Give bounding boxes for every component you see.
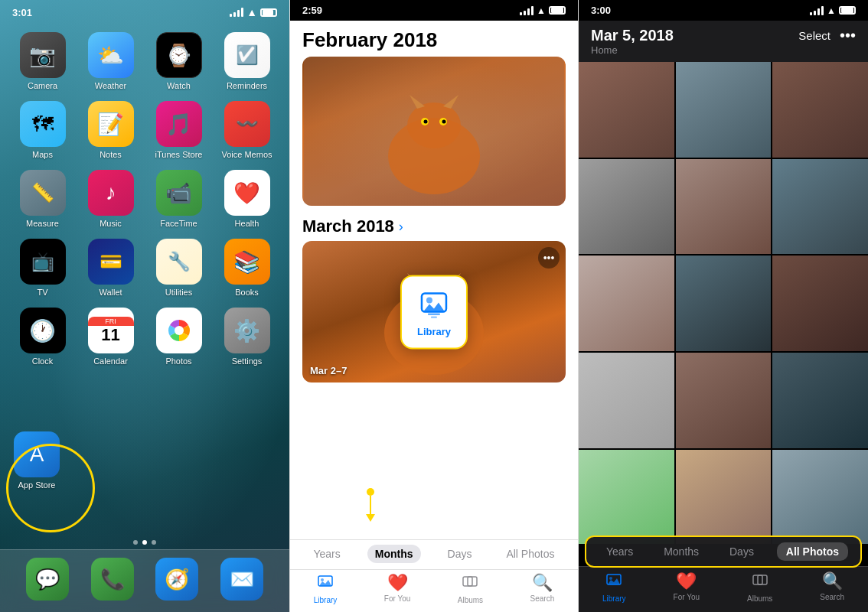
app-itunes[interactable]: 🎵 iTunes Store xyxy=(150,101,207,159)
grid-photo-11[interactable] xyxy=(676,353,772,448)
bottom-navigation: Library ❤️ For You Albums 🔍 Search xyxy=(290,569,578,612)
app-grid: 📷 Camera ⛅ Weather ⌚ Watch ☑️ Reminders … xyxy=(0,24,289,373)
nav-library[interactable]: Library xyxy=(314,573,338,604)
search-nav-icon: 🔍 xyxy=(532,573,553,593)
march-title: March 2018 xyxy=(302,216,394,236)
app-books-label: Books xyxy=(235,288,259,297)
app-reminders-label: Reminders xyxy=(227,81,267,90)
march-photo-menu-button[interactable]: ••• xyxy=(538,247,560,269)
app-clock[interactable]: 🕐 Clock xyxy=(14,308,71,366)
tab-months-dark[interactable]: Months xyxy=(656,542,706,561)
more-options-button[interactable]: ••• xyxy=(840,27,856,44)
dock-phone[interactable]: 📞 xyxy=(91,558,134,601)
grid-photo-1[interactable] xyxy=(579,62,674,158)
grid-photo-5[interactable] xyxy=(676,159,772,255)
nav-for-you-label: For You xyxy=(384,594,410,603)
dock-mail[interactable]: ✉️ xyxy=(220,558,263,601)
grid-photo-12[interactable] xyxy=(772,353,868,448)
nav-albums[interactable]: Albums xyxy=(458,573,483,604)
allphotos-signal-icon xyxy=(810,6,824,15)
allphotos-nav-for-you[interactable]: ❤️ For You xyxy=(674,571,700,603)
photos-signal-icon xyxy=(520,6,534,15)
photo-grid xyxy=(579,62,868,544)
select-button[interactable]: Select xyxy=(798,29,830,42)
march-photo-card[interactable]: ••• Mar 2–7 Library xyxy=(302,241,566,382)
app-measure[interactable]: 📏 Measure xyxy=(14,170,71,228)
status-bar: 3:01 ▲ xyxy=(0,0,289,21)
app-notes[interactable]: 📝 Notes xyxy=(82,101,139,159)
page-dots xyxy=(0,540,289,545)
app-settings[interactable]: ⚙️ Settings xyxy=(218,308,276,366)
app-tv[interactable]: 📺 TV xyxy=(14,239,71,297)
app-voicememos[interactable]: 〰️ Voice Memos xyxy=(218,101,276,159)
grid-photo-2[interactable] xyxy=(676,62,772,158)
grid-photo-7[interactable] xyxy=(579,256,674,351)
home-screen: 3:01 ▲ 📷 Camera ⛅ Weathe xyxy=(0,0,289,612)
allphotos-nav-albums[interactable]: Albums xyxy=(747,571,772,603)
photo-grid-container xyxy=(579,62,868,544)
allphotos-subtitle: Home xyxy=(591,44,674,56)
app-health[interactable]: ❤️ Health xyxy=(218,170,276,228)
grid-photo-14[interactable] xyxy=(676,450,772,544)
nav-search-label: Search xyxy=(530,594,555,603)
allphotos-title-group: Mar 5, 2018 Home xyxy=(591,27,674,56)
photos-months-panel: 2:59 ▲ February 2018 xyxy=(289,0,579,612)
app-camera[interactable]: 📷 Camera xyxy=(14,32,71,90)
allphotos-nav-library[interactable]: Library xyxy=(602,571,626,603)
library-icon-overlay[interactable]: Library xyxy=(400,275,468,349)
dock-safari[interactable]: 🧭 xyxy=(155,558,198,601)
grid-photo-9[interactable] xyxy=(772,256,868,351)
app-weather[interactable]: ⛅ Weather xyxy=(82,32,139,90)
grid-photo-3[interactable] xyxy=(772,62,868,158)
nav-for-you[interactable]: ❤️ For You xyxy=(384,573,410,604)
app-music[interactable]: ♪ Music xyxy=(82,170,139,228)
grid-photo-13[interactable] xyxy=(579,450,674,544)
app-photos[interactable]: Photos xyxy=(150,308,207,366)
app-utilities[interactable]: 🔧 Utilities xyxy=(150,239,207,297)
allphotos-nav-search[interactable]: 🔍 Search xyxy=(820,571,844,603)
app-calendar[interactable]: FRI 11 Calendar xyxy=(82,308,139,366)
status-time: 3:01 xyxy=(12,7,32,18)
allphotos-nav-search-label: Search xyxy=(820,593,844,601)
photos-content: February 2018 xyxy=(290,21,578,533)
tab-all-photos-dark[interactable]: All Photos xyxy=(777,542,848,561)
library-nav-icon xyxy=(317,573,334,594)
status-icons: ▲ xyxy=(230,6,277,18)
app-voicememos-label: Voice Memos xyxy=(221,150,272,159)
february-photo-card[interactable] xyxy=(302,57,566,206)
app-reminders[interactable]: ☑️ Reminders xyxy=(218,32,276,90)
tab-months[interactable]: Months xyxy=(367,545,421,563)
grid-photo-8[interactable] xyxy=(676,256,772,351)
grid-photo-10[interactable] xyxy=(579,353,674,448)
svg-point-10 xyxy=(424,120,428,124)
app-camera-label: Camera xyxy=(28,81,57,90)
dock-messages[interactable]: 💬 xyxy=(26,558,69,601)
app-utilities-label: Utilities xyxy=(165,288,192,297)
signal-icon xyxy=(230,8,243,17)
app-wallet[interactable]: 💳 Wallet xyxy=(82,239,139,297)
tab-days[interactable]: Days xyxy=(440,545,480,563)
app-watch[interactable]: ⌚ Watch xyxy=(150,32,207,90)
february-header: February 2018 xyxy=(290,21,578,57)
tab-years[interactable]: Years xyxy=(305,545,348,563)
nav-library-label: Library xyxy=(314,596,338,604)
app-watch-label: Watch xyxy=(167,81,191,90)
app-facetime[interactable]: 📹 FaceTime xyxy=(150,170,207,228)
tab-all-photos[interactable]: All Photos xyxy=(498,545,562,563)
tab-years-dark[interactable]: Years xyxy=(599,542,641,561)
march-header[interactable]: March 2018 › xyxy=(290,212,578,241)
app-books[interactable]: 📚 Books xyxy=(218,239,276,297)
nav-search[interactable]: 🔍 Search xyxy=(530,573,555,604)
nav-albums-label: Albums xyxy=(458,596,483,604)
grid-photo-6[interactable] xyxy=(772,159,868,255)
march-chevron-icon: › xyxy=(399,219,403,235)
allphotos-wifi-icon: ▲ xyxy=(827,5,836,16)
grid-photo-15[interactable] xyxy=(772,450,868,544)
app-maps[interactable]: 🗺 Maps xyxy=(14,101,71,159)
grid-photo-4[interactable] xyxy=(579,159,674,255)
allphotos-header: Mar 5, 2018 Home Select ••• xyxy=(579,21,868,62)
view-tabs: Years Months Days All Photos xyxy=(290,539,578,568)
tab-days-dark[interactable]: Days xyxy=(722,542,762,561)
app-photos-label: Photos xyxy=(165,356,191,366)
allphotos-nav-library-label: Library xyxy=(602,594,626,603)
